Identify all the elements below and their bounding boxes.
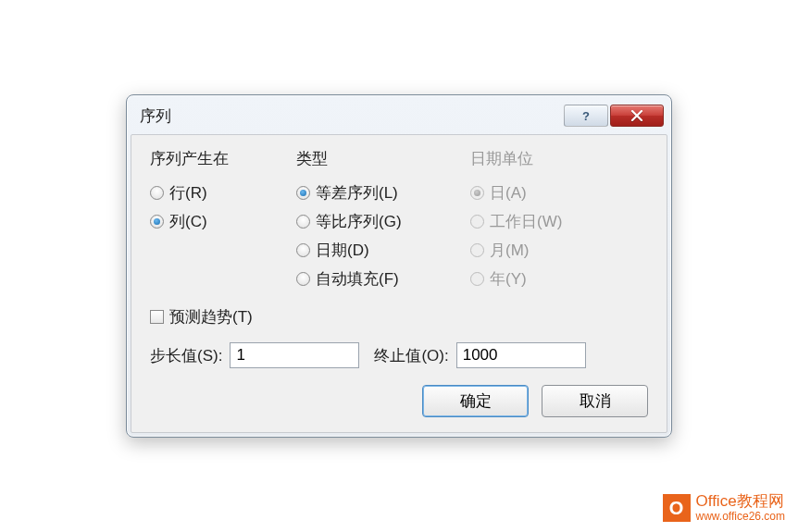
watermark-url: www.office26.com	[696, 511, 786, 523]
radio-growth[interactable]: 等比序列(G)	[296, 207, 444, 236]
titlebar-buttons: ?	[564, 105, 664, 127]
close-icon	[630, 110, 643, 121]
radio-icon	[296, 186, 310, 200]
button-row: 确定 取消	[150, 385, 648, 417]
radio-month: 月(M)	[470, 236, 609, 265]
radio-icon	[470, 186, 484, 200]
radio-label: 等差序列(L)	[316, 182, 398, 204]
radio-icon	[470, 243, 484, 257]
close-button[interactable]	[610, 105, 664, 127]
checkbox-label: 预测趋势(T)	[169, 306, 253, 328]
ok-button[interactable]: 确定	[422, 385, 529, 417]
radio-label: 列(C)	[169, 211, 207, 232]
radio-label: 日(A)	[490, 182, 527, 204]
radio-icon	[150, 215, 164, 229]
radio-icon	[470, 272, 484, 286]
dialog-content: 序列产生在 行(R) 列(C) 类型 等差序列(L) 等比序	[131, 134, 667, 433]
radio-linear[interactable]: 等差序列(L)	[296, 179, 444, 207]
radio-autofill[interactable]: 自动填充(F)	[296, 265, 444, 293]
date-unit-header: 日期单位	[470, 148, 609, 169]
radio-label: 工作日(W)	[490, 211, 562, 232]
radio-label: 月(M)	[490, 240, 529, 261]
cancel-button[interactable]: 取消	[542, 385, 648, 417]
radio-weekday: 工作日(W)	[470, 207, 609, 236]
watermark-title: Office教程网	[696, 493, 786, 511]
radio-label: 年(Y)	[490, 268, 527, 290]
radio-icon	[150, 186, 164, 200]
watermark-icon: O	[663, 494, 691, 522]
watermark-text: Office教程网 www.office26.com	[696, 493, 786, 523]
radio-label: 日期(D)	[316, 240, 369, 261]
radio-date[interactable]: 日期(D)	[296, 236, 444, 265]
radio-columns[interactable]: 列(C)	[150, 207, 270, 236]
radio-year: 年(Y)	[470, 265, 609, 293]
help-icon: ?	[580, 109, 592, 122]
trend-checkbox[interactable]: 预测趋势(T)	[150, 306, 648, 328]
dialog-title: 序列	[140, 105, 171, 127]
series-dialog: 序列 ? 序列产生在 行(R) 列(C)	[126, 94, 672, 438]
radio-day: 日(A)	[470, 179, 609, 207]
radio-icon	[296, 215, 310, 229]
checkbox-icon	[150, 310, 164, 324]
type-group: 类型 等差序列(L) 等比序列(G) 日期(D) 自动填充(F)	[296, 148, 444, 293]
radio-icon	[296, 272, 310, 286]
step-input[interactable]	[230, 342, 359, 368]
type-header: 类型	[296, 148, 444, 169]
radio-icon	[296, 243, 310, 257]
stop-input[interactable]	[456, 342, 586, 368]
stop-label: 终止值(O):	[374, 345, 448, 366]
options-columns: 序列产生在 行(R) 列(C) 类型 等差序列(L) 等比序	[150, 148, 648, 293]
radio-label: 等比序列(G)	[316, 211, 402, 232]
help-button[interactable]: ?	[564, 105, 608, 127]
titlebar: 序列 ?	[131, 99, 667, 134]
radio-label: 自动填充(F)	[316, 268, 399, 290]
step-label: 步长值(S):	[150, 345, 222, 366]
watermark: O Office教程网 www.office26.com	[663, 493, 786, 523]
radio-rows[interactable]: 行(R)	[150, 179, 270, 207]
series-in-header: 序列产生在	[150, 148, 270, 169]
svg-text:?: ?	[582, 109, 590, 122]
value-row: 步长值(S): 终止值(O):	[150, 342, 648, 368]
series-in-group: 序列产生在 行(R) 列(C)	[150, 148, 270, 293]
radio-icon	[470, 215, 484, 229]
date-unit-group: 日期单位 日(A) 工作日(W) 月(M) 年(Y)	[470, 148, 609, 293]
radio-label: 行(R)	[169, 182, 207, 204]
